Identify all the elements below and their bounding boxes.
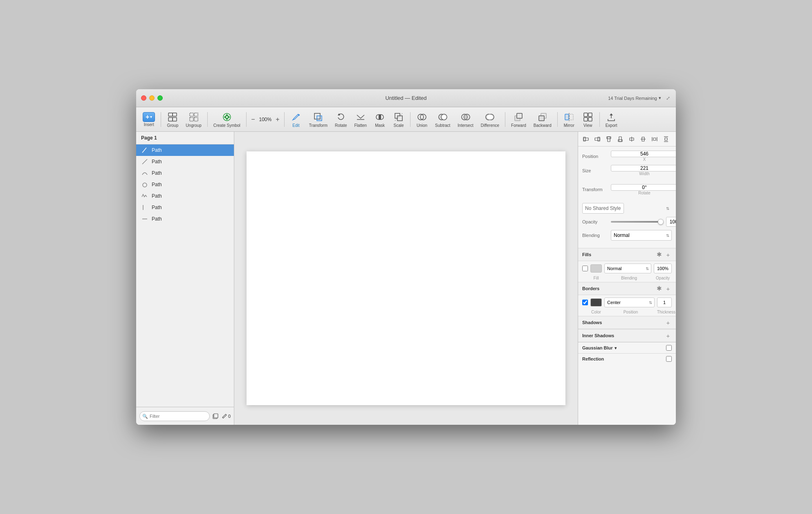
- layer-item-0[interactable]: Path: [136, 144, 234, 156]
- fill-checkbox-0[interactable]: [582, 266, 588, 271]
- mask-label: Mask: [375, 123, 385, 128]
- create-symbol-button[interactable]: Create Symbol: [210, 110, 244, 129]
- union-label: Union: [417, 123, 427, 128]
- align-left-button[interactable]: [581, 134, 591, 144]
- size-row: Size Width 🔗 Height: [582, 165, 672, 176]
- distribute-v-button[interactable]: [661, 134, 671, 144]
- intersect-button[interactable]: Intersect: [454, 110, 476, 129]
- layer-item-2[interactable]: Path: [136, 167, 234, 179]
- border-checkbox-0[interactable]: [582, 300, 588, 305]
- border-position-select[interactable]: Center Inside Outside: [604, 298, 655, 307]
- rotate-icon: [335, 111, 347, 123]
- mirror-button[interactable]: Mirror: [560, 110, 578, 129]
- group-label: Group: [167, 123, 178, 128]
- fill-color-swatch-0[interactable]: [590, 264, 602, 273]
- svg-rect-54: [595, 138, 600, 140]
- difference-label: Difference: [481, 123, 499, 128]
- opacity-slider[interactable]: [611, 221, 664, 223]
- intersect-icon: [460, 111, 471, 123]
- mask-button[interactable]: Mask: [371, 110, 389, 129]
- position-x-input[interactable]: [611, 151, 676, 157]
- svg-rect-1: [173, 113, 177, 116]
- layer-item-6[interactable]: Path: [136, 213, 234, 225]
- svg-marker-12: [228, 115, 230, 119]
- layer-item-5[interactable]: Path: [136, 202, 234, 213]
- svg-rect-6: [190, 117, 193, 121]
- insert-button[interactable]: + ▾ Insert: [139, 110, 158, 128]
- fill-col-labels: Fill Blending Opacity: [578, 276, 676, 282]
- union-button[interactable]: Union: [413, 110, 431, 129]
- size-width-input[interactable]: [611, 165, 676, 171]
- view-label: View: [583, 123, 592, 128]
- align-right-button[interactable]: [592, 134, 603, 144]
- fullscreen-button[interactable]: ⤢: [665, 95, 671, 101]
- pencil-button[interactable]: 0: [222, 411, 231, 421]
- zoom-minus-button[interactable]: −: [249, 115, 257, 124]
- backward-button[interactable]: Backward: [530, 110, 555, 129]
- layer-item-3[interactable]: Path: [136, 179, 234, 190]
- border-thickness-input[interactable]: [657, 298, 672, 307]
- flatten-button[interactable]: Flatten: [351, 110, 370, 129]
- transform-button[interactable]: Transform: [306, 110, 331, 129]
- fill-opacity-input[interactable]: [654, 264, 672, 273]
- gaussian-blur-checkbox[interactable]: [666, 345, 672, 351]
- fills-add-button[interactable]: +: [664, 251, 672, 258]
- distribute-h-button[interactable]: [649, 134, 660, 144]
- borders-settings-button[interactable]: ✱: [655, 285, 663, 292]
- svg-rect-15: [317, 116, 322, 121]
- layer-item-4[interactable]: Path: [136, 190, 234, 202]
- fills-settings-button[interactable]: ✱: [655, 251, 663, 258]
- forward-icon: [513, 111, 524, 123]
- rotate-button[interactable]: Rotate: [332, 110, 350, 129]
- filter-input[interactable]: [139, 411, 210, 421]
- layer-label-6: Path: [152, 216, 162, 222]
- fill-blending-select[interactable]: Normal: [604, 264, 651, 273]
- svg-rect-5: [194, 113, 198, 116]
- rotate-label: Rotate: [335, 123, 347, 128]
- canvas-area[interactable]: [234, 132, 578, 425]
- layer-item-1[interactable]: Path: [136, 156, 234, 167]
- view-button[interactable]: View: [579, 110, 597, 129]
- ungroup-button[interactable]: Ungroup: [182, 110, 204, 129]
- blending-select[interactable]: Normal Multiply Screen Overlay: [611, 230, 672, 241]
- difference-icon: [484, 111, 496, 123]
- svg-rect-65: [653, 138, 656, 140]
- svg-rect-2: [168, 117, 173, 121]
- svg-rect-0: [168, 113, 173, 116]
- border-color-swatch-0[interactable]: [590, 298, 602, 307]
- align-center-h-button[interactable]: [626, 134, 637, 144]
- forward-button[interactable]: Forward: [508, 110, 529, 129]
- opacity-input[interactable]: [666, 217, 676, 227]
- transform-label: Transform: [582, 187, 608, 192]
- maximize-button[interactable]: [157, 95, 163, 101]
- size-width-group: Width: [611, 165, 676, 176]
- svg-rect-52: [583, 138, 588, 140]
- close-button[interactable]: [141, 95, 146, 101]
- edit-label: Edit: [292, 123, 299, 128]
- shared-style-select[interactable]: No Shared Style: [582, 203, 624, 214]
- difference-button[interactable]: Difference: [478, 110, 502, 129]
- edit-button[interactable]: Edit: [287, 110, 305, 129]
- align-top-button[interactable]: [603, 134, 614, 144]
- zoom-plus-button[interactable]: +: [274, 115, 282, 124]
- svg-rect-21: [397, 116, 402, 121]
- minimize-button[interactable]: [149, 95, 155, 101]
- svg-rect-39: [588, 113, 592, 117]
- app-window: Untitled — Edited 14 Trial Days Remainin…: [136, 89, 676, 425]
- x-label: X: [611, 157, 676, 162]
- export-button[interactable]: Export: [602, 110, 621, 129]
- shadows-add-button[interactable]: +: [664, 319, 672, 326]
- border-position-wrapper: Center Inside Outside ⇅: [604, 298, 655, 307]
- rotate-input[interactable]: [611, 184, 676, 191]
- align-center-v-button[interactable]: [638, 134, 648, 144]
- reflection-checkbox[interactable]: [666, 356, 672, 362]
- inner-shadows-add-button[interactable]: +: [664, 332, 672, 339]
- group-button[interactable]: Group: [164, 110, 182, 129]
- scale-button[interactable]: Scale: [390, 110, 408, 129]
- subtract-button[interactable]: Subtract: [432, 110, 453, 129]
- borders-add-button[interactable]: +: [664, 285, 672, 292]
- copy-layer-button[interactable]: [211, 411, 220, 421]
- align-bottom-button[interactable]: [615, 134, 626, 144]
- insert-btn-inner[interactable]: + ▾: [143, 112, 155, 122]
- scale-label: Scale: [394, 123, 404, 128]
